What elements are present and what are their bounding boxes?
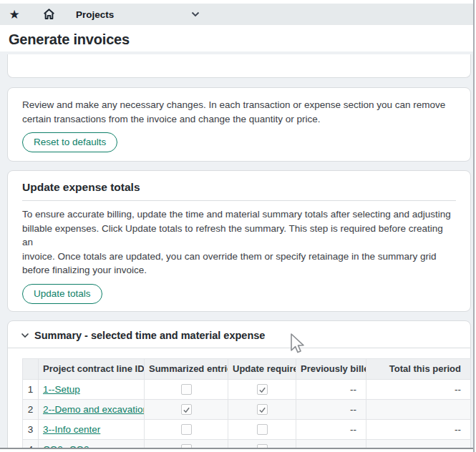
total-this-period-value: -- bbox=[366, 379, 471, 399]
review-card: Review and make any necessary changes. I… bbox=[7, 87, 471, 162]
row-number: 2 bbox=[23, 399, 39, 419]
table-row: 4CO2--CO2-- bbox=[23, 439, 471, 448]
summarized-entries-checkbox[interactable] bbox=[181, 424, 192, 435]
summarized-entries-cell bbox=[145, 439, 228, 448]
summarized-entries-checkbox[interactable] bbox=[181, 384, 192, 395]
row-number: 3 bbox=[23, 419, 39, 439]
contract-line-link[interactable]: 3--Info center bbox=[43, 424, 100, 435]
update-required-cell bbox=[228, 379, 296, 399]
col-header-line-id: Project contract line ID bbox=[39, 358, 145, 379]
contract-line-cell: CO2--CO2 bbox=[39, 439, 145, 448]
contract-line-cell: 1--Setup bbox=[39, 379, 145, 399]
summary-table-body: 11--Setup----22--Demo and excavation--33… bbox=[23, 379, 471, 448]
page-body: Review and make any necessary changes. I… bbox=[0, 51, 473, 448]
update-required-checkbox[interactable] bbox=[257, 404, 268, 415]
page-title: Generate invoices bbox=[0, 25, 473, 48]
star-icon[interactable]: ★ bbox=[7, 7, 21, 21]
summarized-entries-cell bbox=[145, 379, 228, 399]
paragraph-line: billable expenses. Click Update totals t… bbox=[22, 222, 456, 250]
chevron-down-icon[interactable] bbox=[191, 11, 200, 17]
col-header-previously-billed: Previously billed bbox=[296, 358, 366, 379]
summary-section-header[interactable]: Summary - selected time and material exp… bbox=[8, 330, 470, 348]
previously-billed-value: -- bbox=[296, 379, 366, 399]
window-right-edge bbox=[473, 0, 475, 452]
chevron-down-icon[interactable] bbox=[21, 333, 29, 338]
app-window: ★ Projects Generate invoices Review and … bbox=[0, 0, 476, 452]
table-row: 11--Setup---- bbox=[23, 379, 471, 399]
review-text: Review and make any necessary changes. I… bbox=[22, 98, 456, 126]
update-expense-totals-heading: Update expense totals bbox=[22, 181, 456, 201]
paragraph-line: certain transactions from the invoice an… bbox=[22, 112, 456, 127]
contract-line-cell: 3--Info center bbox=[39, 419, 145, 439]
reset-to-defaults-button[interactable]: Reset to defaults bbox=[22, 132, 117, 152]
previously-billed-value: -- bbox=[296, 399, 366, 419]
table-header-row: Project contract line ID Summarized entr… bbox=[23, 358, 471, 379]
summary-table: Project contract line ID Summarized entr… bbox=[22, 358, 471, 448]
update-required-checkbox[interactable] bbox=[257, 424, 268, 435]
summary-section-title: Summary - selected time and material exp… bbox=[34, 330, 265, 341]
window-bottom-edge bbox=[0, 448, 473, 449]
total-this-period-value bbox=[366, 399, 471, 419]
update-required-cell bbox=[228, 399, 296, 419]
title-bar: Generate invoices bbox=[0, 25, 473, 51]
summary-table-container: Project contract line ID Summarized entr… bbox=[8, 348, 470, 448]
top-navigation-bar: ★ Projects bbox=[0, 4, 473, 25]
row-number: 4 bbox=[23, 439, 39, 448]
summarized-entries-cell bbox=[145, 399, 228, 419]
scrolled-card-partial bbox=[7, 54, 471, 78]
summarized-entries-checkbox[interactable] bbox=[181, 404, 192, 415]
paragraph-line: before finalizing your invoice. bbox=[22, 263, 456, 277]
update-totals-button[interactable]: Update totals bbox=[22, 284, 102, 304]
paragraph-line: To ensure accurate billing, update the t… bbox=[22, 207, 456, 222]
update-required-cell bbox=[228, 419, 296, 439]
update-totals-text: To ensure accurate billing, update the t… bbox=[22, 207, 456, 277]
contract-line-link[interactable]: 2--Demo and excavation bbox=[43, 404, 145, 415]
col-header-update-required: Update required bbox=[228, 358, 296, 379]
projects-dropdown-label[interactable]: Projects bbox=[76, 9, 114, 20]
summary-card: Summary - selected time and material exp… bbox=[7, 320, 471, 448]
update-required-checkbox[interactable] bbox=[257, 384, 268, 395]
paragraph-line: Review and make any necessary changes. I… bbox=[22, 98, 456, 112]
paragraph-line: invoice. Once totals are updated, you ca… bbox=[22, 250, 456, 264]
total-this-period-value bbox=[366, 439, 471, 448]
previously-billed-value: -- bbox=[296, 439, 366, 448]
summarized-entries-cell bbox=[145, 419, 228, 439]
home-icon[interactable] bbox=[42, 7, 56, 21]
previously-billed-value: -- bbox=[296, 419, 366, 439]
col-header-rownum bbox=[23, 358, 39, 379]
table-row: 22--Demo and excavation-- bbox=[23, 399, 471, 419]
update-required-cell bbox=[228, 439, 296, 448]
contract-line-link[interactable]: 1--Setup bbox=[43, 384, 80, 395]
table-row: 33--Info center---- bbox=[23, 419, 471, 439]
total-this-period-value: -- bbox=[366, 419, 471, 439]
contract-line-cell: 2--Demo and excavation bbox=[39, 399, 145, 419]
update-expense-totals-card: Update expense totals To ensure accurate… bbox=[7, 170, 471, 312]
col-header-total-period: Total this period bbox=[366, 358, 471, 379]
col-header-summarized: Summarized entries bbox=[145, 358, 228, 379]
row-number: 1 bbox=[23, 379, 39, 399]
